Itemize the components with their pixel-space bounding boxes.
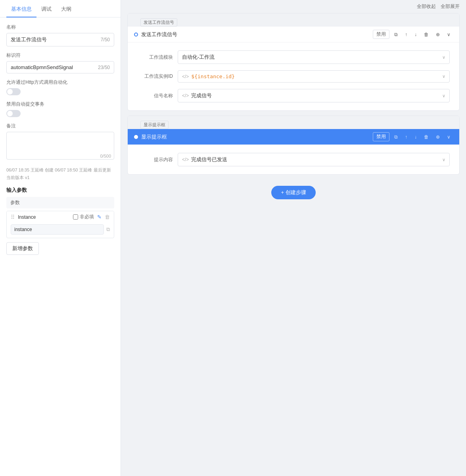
version-info: 当前版本 v1: [6, 174, 114, 181]
drag-handle-icon[interactable]: ⠿: [11, 214, 15, 220]
tx-toggle-row: [6, 110, 114, 117]
required-label-0: 非必填: [80, 214, 94, 220]
right-header: 全部收起 全部展开: [121, 0, 466, 13]
step-field-row-0-0: 工作流模块 自动化-工作流 ∨: [128, 47, 459, 67]
step-body-1: 提示内容 </> 完成信号已发送 ∨: [128, 145, 459, 174]
copy-step-btn-0[interactable]: ⧉: [392, 31, 400, 39]
code-icon-0-2: </>: [182, 93, 189, 98]
note-label: 备注: [6, 123, 114, 129]
left-panel: 基本信息 调试 大纲 名称 发送工作流信号 7/50 标识符 automatic…: [0, 0, 121, 476]
param-value-row-0: instance ⧉: [7, 223, 114, 238]
field-label-0-0: 工作流模块: [137, 54, 173, 61]
move-down-btn-0[interactable]: ↓: [412, 31, 419, 39]
params-header: 参数: [6, 197, 114, 208]
step-header-0: 发送工作流信号 禁用 ⧉ ↑ ↓ 🗑 ⊕ ∨: [128, 27, 459, 42]
param-row-0: ⠿ Instance 非必填 ✎ 🗑 instance ⧉: [6, 211, 114, 238]
field-label-1-0: 提示内容: [137, 156, 173, 163]
create-step-button[interactable]: + 创建步骤: [271, 186, 315, 199]
param-required-group: 非必填: [73, 214, 94, 220]
step-actions-1: 禁用 ⧉ ↑ ↓ 🗑 ⊕ ∨: [373, 132, 453, 141]
param-row-header-0: ⠿ Instance 非必填 ✎ 🗑: [7, 211, 114, 223]
code-icon-0-1: </>: [182, 74, 189, 79]
tx-label: 禁用自动提交事务: [6, 101, 114, 108]
step-actions-0: 禁用 ⧉ ↑ ↓ 🗑 ⊕ ∨: [373, 30, 453, 39]
params-title: 输入参数: [6, 187, 114, 194]
chevron-icon-1-0: ∨: [442, 157, 445, 162]
tabs: 基本信息 调试 大纲: [0, 0, 121, 17]
param-value-0: instance: [11, 224, 104, 235]
http-toggle-group: 允许通过Http方式调用自动化: [6, 79, 114, 95]
tab-basic-info[interactable]: 基本信息: [6, 0, 36, 17]
http-toggle[interactable]: [6, 88, 21, 95]
params-section: 输入参数 参数 ⠿ Instance 非必填 ✎ 🗑 instance ⧉: [6, 187, 114, 255]
tx-toggle[interactable]: [6, 110, 21, 117]
name-label: 名称: [6, 24, 114, 31]
step-tag-1: 显示提示框: [140, 121, 169, 129]
note-count: 0/500: [100, 154, 111, 158]
chevron-icon-0-0: ∨: [442, 55, 445, 60]
field-value-1-0[interactable]: </> 完成信号已发送 ∨: [178, 153, 450, 166]
duplicate-step-btn-0[interactable]: ⊕: [433, 31, 442, 39]
add-param-button[interactable]: 新增参数: [6, 242, 39, 255]
delete-step-btn-0[interactable]: 🗑: [422, 31, 431, 39]
note-textarea[interactable]: [6, 132, 114, 160]
created-info: 06/07 18:35 王延峰 创建 06/07 18:50 王延峰 最后更新: [6, 166, 114, 174]
field-label-0-1: 工作流实例ID: [137, 73, 173, 80]
step-card-0: 发送工作流信号 发送工作流信号 禁用 ⧉ ↑ ↓ 🗑 ⊕ ∨ 工作流模块: [127, 13, 460, 111]
step-field-row-0-2: 信号名称 </> 完成信号 ∨: [128, 86, 459, 106]
field-label-0-2: 信号名称: [137, 93, 173, 99]
move-down-btn-1[interactable]: ↓: [412, 133, 419, 141]
step-title-1: 显示提示框: [141, 133, 370, 141]
http-toggle-row: [6, 88, 114, 95]
step-tag-0: 发送工作流信号: [140, 18, 177, 27]
step-body-0: 工作流模块 自动化-工作流 ∨ 工作流实例ID </> ${instance.i…: [128, 42, 459, 110]
right-content: 发送工作流信号 发送工作流信号 禁用 ⧉ ↑ ↓ 🗑 ⊕ ∨ 工作流模块: [121, 13, 466, 212]
field-value-0-0[interactable]: 自动化-工作流 ∨: [178, 50, 450, 64]
chevron-icon-0-2: ∨: [442, 93, 445, 98]
id-field-group: 标识符 automaticBpmnSendSignal 23/50: [6, 52, 114, 73]
step-dot-1: [134, 135, 138, 139]
expand-all-btn[interactable]: 全部展开: [441, 3, 460, 10]
step-title-0: 发送工作流信号: [141, 31, 370, 38]
duplicate-step-btn-1[interactable]: ⊕: [433, 133, 442, 141]
tab-debug[interactable]: 调试: [36, 0, 56, 17]
tx-toggle-group: 禁用自动提交事务: [6, 101, 114, 117]
disable-btn-0[interactable]: 禁用: [373, 30, 389, 39]
step-field-row-0-1: 工作流实例ID </> ${instance.id} ∨: [128, 67, 459, 86]
required-checkbox-0[interactable]: [73, 214, 78, 220]
code-icon-1-0: </>: [182, 157, 189, 162]
delete-step-btn-1[interactable]: 🗑: [422, 133, 431, 141]
step-field-row-1-0: 提示内容 </> 完成信号已发送 ∨: [128, 150, 459, 170]
id-label: 标识符: [6, 52, 114, 59]
expand-step-btn-1[interactable]: ∨: [445, 133, 453, 141]
move-up-btn-0[interactable]: ↑: [403, 31, 410, 39]
field-value-0-1[interactable]: </> ${instance.id} ∨: [178, 70, 450, 83]
left-content: 名称 发送工作流信号 7/50 标识符 automaticBpmnSendSig…: [0, 17, 121, 261]
note-field-group: 备注 0/500: [6, 123, 114, 161]
disable-btn-1[interactable]: 禁用: [373, 132, 389, 141]
name-field-group: 名称 发送工作流信号 7/50: [6, 24, 114, 46]
param-name-0: Instance: [18, 214, 70, 220]
expand-step-btn-0[interactable]: ∨: [445, 31, 453, 39]
move-up-btn-1[interactable]: ↑: [403, 133, 410, 141]
create-step-container: + 创建步骤: [127, 186, 460, 199]
right-panel: 全部收起 全部展开 发送工作流信号 发送工作流信号 禁用 ⧉ ↑ ↓ 🗑 ⊕ ∨: [121, 0, 466, 476]
copy-icon-0[interactable]: ⧉: [106, 226, 110, 233]
step-card-1: 显示提示框 显示提示框 禁用 ⧉ ↑ ↓ 🗑 ⊕ ∨ 提示内容: [127, 116, 460, 175]
name-input[interactable]: 发送工作流信号 7/50: [6, 33, 114, 46]
note-wrapper: 0/500: [6, 132, 114, 161]
step-header-1: 显示提示框 禁用 ⧉ ↑ ↓ 🗑 ⊕ ∨: [128, 129, 459, 145]
copy-step-btn-1[interactable]: ⧉: [392, 133, 400, 141]
http-label: 允许通过Http方式调用自动化: [6, 79, 114, 86]
collapse-all-btn[interactable]: 全部收起: [417, 3, 436, 10]
meta-info: 06/07 18:35 王延峰 创建 06/07 18:50 王延峰 最后更新 …: [6, 166, 114, 181]
field-value-0-2[interactable]: </> 完成信号 ∨: [178, 89, 450, 102]
edit-icon-0[interactable]: ✎: [97, 214, 102, 220]
step-dot-0: [134, 33, 138, 37]
id-input[interactable]: automaticBpmnSendSignal 23/50: [6, 61, 114, 73]
delete-icon-0[interactable]: 🗑: [105, 214, 110, 220]
tab-outline[interactable]: 大纲: [56, 0, 76, 17]
chevron-icon-0-1: ∨: [442, 74, 445, 79]
